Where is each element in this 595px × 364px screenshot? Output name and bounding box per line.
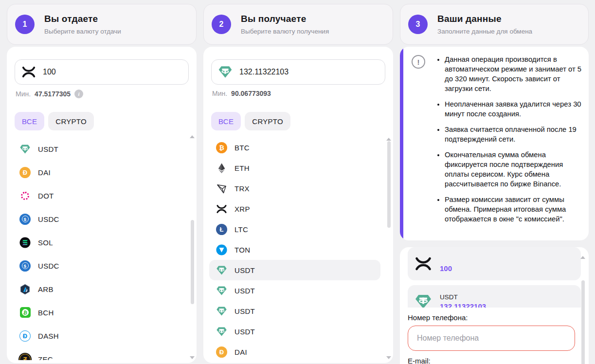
note-item: Размер комиссии зависит от суммы обмена.… [445,195,582,224]
tab-all[interactable]: ВСЕ [15,112,44,130]
summary-coin-label: USDT [440,293,486,301]
scrollbar-thumb[interactable] [387,141,391,228]
step-header-details: 3 Ваши данные Заполните данные для обмен… [400,4,589,45]
summary-amount: 132.11322103 [440,302,486,308]
coin-label: BTC [234,144,250,152]
receive-min-value: 90.06773093 [231,90,271,97]
scrollbar-thumb[interactable] [581,280,585,364]
scroll-down-arrow[interactable] [386,356,391,359]
coin-row-usdt[interactable]: USDT [209,260,380,280]
coin-row-dai[interactable]: Ð DAI [209,342,380,360]
coin-label: TON [234,246,250,254]
step-number-badge: 2 [212,15,231,34]
scroll-up-arrow[interactable] [190,135,195,138]
coin-row-usdt[interactable]: USDT [209,301,380,321]
give-min-value: 47.5177305 [35,90,71,98]
usdt-icon [19,144,31,155]
give-tabs: ВСЕCRYPTO [15,112,94,130]
step-number-badge: 3 [408,15,428,34]
eth-icon [216,163,227,174]
receive-coin-list: ₿ BTC ETH TRX XRP Ł LTC TON USDT [203,137,393,360]
tab-crypto[interactable]: CRYPTO [245,112,290,130]
note-item: Заявка считается оплаченной после 19 под… [445,125,582,144]
step-title: Вы отдаете [44,14,121,24]
coin-row-zec[interactable]: Ƶ ZEC [13,347,184,360]
scrollbar-thumb[interactable] [191,220,194,304]
receive-amount-input[interactable] [239,68,379,76]
coin-row-dash[interactable]: Đ DASH [13,324,184,347]
coin-row-usdt[interactable]: USDT [209,280,380,301]
usdc-icon: $ [19,214,31,225]
coin-row-sol[interactable]: SOL [13,231,184,254]
dai-icon: Ð [19,167,31,178]
dot-icon [19,190,31,201]
coin-label: LTC [234,225,248,234]
summary-item-usdt: USDT 132.11322103 [408,285,581,308]
receive-min-row: Мин. 90.06773093 [212,90,271,97]
note-item: Окончательная сумма обмена фиксируется п… [445,150,582,189]
summary-coin-label [440,255,452,263]
step-number-badge: 1 [15,15,35,34]
usdt-icon [216,265,227,276]
coin-row-btc[interactable]: ₿ BTC [209,137,380,158]
coin-row-dot[interactable]: DOT [13,184,184,207]
coin-label: USDC [38,215,59,223]
btc-icon: ₿ [216,142,227,153]
sol-icon [19,237,31,248]
receive-panel: Мин. 90.06773093 ВСЕCRYPTO ₿ BTC ETH TRX… [203,47,393,363]
give-amount-input[interactable] [43,68,182,76]
min-label: Мин. [16,90,31,98]
bch-icon: ₿ [19,307,31,318]
coin-row-usdc[interactable]: $ USDC [13,254,184,277]
coin-row-usdc[interactable]: $ USDC [13,207,184,231]
coin-row-xrp[interactable]: XRP [209,199,380,219]
ltc-icon: Ł [216,224,227,235]
coin-row-arb[interactable]: ARB [13,277,184,301]
coin-label: USDT [38,145,58,153]
phone-input[interactable] [408,326,575,351]
give-panel: Мин. 47.5177305 i ВСЕCRYPTO USDT Ð DAI D… [7,47,197,363]
exchange-notes-list: Данная операция производится в автоматич… [437,55,582,230]
coin-row-trx[interactable]: TRX [209,178,380,199]
scroll-up-arrow[interactable] [386,138,391,141]
dash-icon: Đ [19,330,31,342]
xrp-icon [415,255,432,273]
coin-label: DAI [38,168,51,177]
give-amount-box [15,59,189,85]
scroll-up-arrow[interactable] [580,256,585,259]
coin-label: BCH [38,309,54,317]
coin-label: ARB [38,285,54,293]
info-icon[interactable]: i [74,90,83,98]
xrp-icon [21,65,36,79]
coin-label: DOT [38,192,54,200]
step-title: Ваши данные [437,14,532,24]
step-subtitle: Выберите валюту получения [241,28,329,35]
min-label: Мин. [212,90,227,97]
usdt-icon [415,293,432,308]
note-item: Неоплаченная заявка удалится через 30 ми… [445,99,582,119]
coin-row-usdt[interactable]: USDT [13,137,184,161]
coin-row-usdt[interactable]: USDT [209,321,380,342]
coin-row-ltc[interactable]: Ł LTC [209,219,380,239]
coin-label: XRP [234,205,250,213]
coin-row-eth[interactable]: ETH [209,158,380,178]
trx-icon [216,183,227,194]
coin-row-ton[interactable]: TON [209,239,380,260]
dai-icon: Ð [216,346,227,358]
coin-row-dai[interactable]: Ð DAI [13,161,184,184]
coin-label: USDT [234,287,255,295]
arb-icon [19,284,31,295]
scroll-down-arrow[interactable] [190,356,195,359]
warning-icon: ! [412,55,425,69]
phone-label: Номер телефона: [408,313,581,322]
usdc-icon: $ [19,260,31,272]
coin-label: DAI [234,348,247,356]
tab-crypto[interactable]: CRYPTO [48,112,94,130]
coin-label: ZEC [38,355,53,361]
tab-all[interactable]: ВСЕ [211,112,241,130]
coin-row-bch[interactable]: ₿ BCH [13,301,184,324]
coin-label: USDT [234,307,255,315]
note-item: Данная операция производится в автоматич… [445,55,582,93]
accent-bar [400,47,403,240]
usdt-icon [216,285,227,296]
